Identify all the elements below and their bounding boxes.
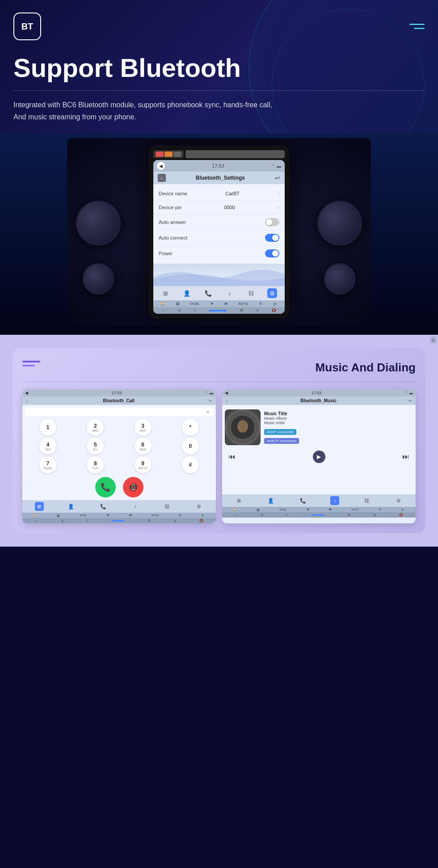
device-pin-row[interactable]: Device pin 0000 ›: [153, 201, 285, 215]
mt-back[interactable]: ←: [235, 514, 238, 517]
home-icon[interactable]: ⌂: [158, 174, 166, 182]
call-music-icon[interactable]: ♪: [131, 502, 139, 511]
call-back-btn[interactable]: ◀: [25, 391, 28, 395]
settings-nav-icon[interactable]: ⚙: [267, 288, 277, 298]
temp-seat[interactable]: ⊟: [240, 308, 243, 312]
music-phone-icon[interactable]: 📞: [299, 496, 307, 505]
climate-recirc[interactable]: ↻: [259, 302, 262, 306]
call-back-arrow[interactable]: ↩: [209, 398, 212, 403]
power-row[interactable]: Power: [153, 246, 285, 261]
key-7[interactable]: 7 PQRS: [39, 456, 56, 473]
key-2[interactable]: 2 ABC: [87, 419, 104, 436]
c-recirc[interactable]: ↻: [179, 514, 181, 517]
temp-back[interactable]: ←: [162, 308, 165, 312]
key-7-sub: PQRS: [43, 467, 52, 470]
temp-mute[interactable]: 🔇: [272, 308, 276, 312]
call-link-icon[interactable]: ⛓: [163, 502, 172, 511]
call-phone-icon[interactable]: 📞: [99, 502, 108, 511]
key-6[interactable]: 6 MNO: [135, 438, 152, 455]
auto-answer-row[interactable]: Auto answer: [153, 215, 285, 230]
hero-description: Integrated with BC6 Bluetooth module, su…: [13, 99, 425, 123]
mt-seat[interactable]: ⊟: [348, 513, 350, 517]
device-name-row[interactable]: Device name CarBT ›: [153, 187, 285, 201]
play-button[interactable]: ▶: [313, 451, 325, 463]
auto-connect-toggle[interactable]: [265, 234, 279, 242]
music-status-bar: ◀ 17:53 ⌃ ▬: [222, 389, 416, 396]
mt-slider[interactable]: [311, 514, 324, 516]
climate-home[interactable]: 🏠: [160, 302, 165, 306]
key-5[interactable]: 5 JKL: [87, 438, 104, 455]
key-0[interactable]: 0: [182, 438, 199, 455]
music-home-icon[interactable]: ⌂: [226, 398, 228, 403]
phone-nav-icon[interactable]: 📞: [203, 288, 213, 298]
screen-icons: ⌃ ▬: [271, 164, 281, 169]
climate-sync[interactable]: ⇄: [224, 302, 227, 306]
mc-pwr[interactable]: ⏻: [257, 508, 260, 511]
ct-dial[interactable]: ⌇: [87, 519, 88, 522]
clear-button[interactable]: ✕: [206, 409, 210, 414]
music-back-arrow[interactable]: ↩: [409, 398, 412, 403]
power-toggle[interactable]: [265, 249, 279, 257]
ct-slider[interactable]: [111, 520, 125, 522]
c-fan[interactable]: ❄: [107, 514, 110, 517]
key-9[interactable]: 9 WXYZ: [135, 456, 152, 473]
answer-call-button[interactable]: 📞: [95, 477, 116, 497]
key-hash[interactable]: #: [182, 456, 199, 473]
end-call-button[interactable]: 📵: [123, 477, 143, 497]
key-6-sub: MNO: [139, 448, 146, 451]
c-pwr[interactable]: ⏻: [57, 514, 60, 517]
dual-screens: ◀ 17:53 ⌃ ▬ ⌂ Bluetooth_Call ↩: [22, 389, 416, 523]
c-dual: DUAL: [80, 514, 87, 517]
music-person-icon[interactable]: 👤: [266, 496, 275, 505]
mc-recirc[interactable]: ↻: [379, 508, 381, 511]
climate-fan[interactable]: ❄: [211, 302, 214, 306]
key-4[interactable]: 4 GHI: [39, 438, 56, 455]
auto-connect-row[interactable]: Auto connect: [153, 230, 285, 246]
call-settings-icon[interactable]: ⚙: [194, 502, 203, 511]
mc-fan[interactable]: ❄: [307, 508, 309, 511]
temp-slider[interactable]: [209, 310, 227, 312]
mc-home[interactable]: 🏠: [233, 508, 237, 511]
music-back-btn[interactable]: ◀: [225, 391, 228, 395]
ct-back[interactable]: ←: [35, 519, 38, 522]
key-1[interactable]: 1: [39, 419, 56, 436]
grid-nav-icon[interactable]: ⊞: [161, 288, 171, 298]
call-grid-icon[interactable]: ⊞: [35, 502, 44, 511]
ct-seat[interactable]: ⊟: [148, 519, 151, 522]
climate-vol[interactable]: 🔊: [273, 302, 278, 306]
key-8[interactable]: 8 TUV: [87, 456, 104, 473]
music-settings-icon[interactable]: ⚙: [394, 496, 403, 505]
wifi-icon: ⌃: [271, 164, 275, 169]
music-nav-icon[interactable]: ♪: [225, 288, 235, 298]
music-bottom-nav: ⊞ 👤 📞 ♪ ⛓ ⚙: [222, 494, 416, 507]
music-link-icon[interactable]: ⛓: [362, 496, 371, 505]
mc-vol[interactable]: 🔊: [401, 508, 405, 511]
link-nav-icon[interactable]: ⛓: [246, 288, 256, 298]
mt-mute[interactable]: 🔇: [399, 513, 403, 517]
climate-power[interactable]: ⏻: [176, 302, 179, 306]
call-bottom-nav: ⊞ 👤 📞 ♪ ⛓ ⚙: [22, 500, 216, 513]
music-grid-icon[interactable]: ⊞: [235, 496, 244, 505]
music-note-nav-icon[interactable]: ♪: [330, 496, 339, 505]
call-home-icon[interactable]: ⌂: [26, 398, 29, 403]
ct-mute[interactable]: 🔇: [199, 519, 203, 522]
key-3[interactable]: 3 DEF: [135, 419, 152, 436]
call-person-icon[interactable]: 👤: [67, 502, 76, 511]
call-buttons: 📞 📵: [25, 477, 213, 497]
dial-input[interactable]: ✕: [25, 408, 213, 416]
temp-dial[interactable]: ⌇: [194, 308, 196, 312]
prev-track-button[interactable]: ⏮: [228, 453, 236, 461]
screen-back-btn[interactable]: ◀: [157, 162, 165, 170]
c-home[interactable]: 🏠: [33, 514, 37, 517]
back-arrow[interactable]: ↩: [275, 174, 280, 181]
key-star[interactable]: *: [182, 419, 199, 436]
mc-auto: AUTO: [351, 508, 359, 511]
auto-answer-toggle[interactable]: [265, 218, 279, 226]
c-sync[interactable]: ⇄: [129, 514, 132, 517]
c-vol[interactable]: 🔊: [201, 514, 205, 517]
menu-button[interactable]: [409, 24, 425, 29]
next-track-button[interactable]: ⏭: [402, 453, 409, 461]
person-nav-icon[interactable]: 👤: [182, 288, 192, 298]
mt-dial[interactable]: ⌇: [286, 513, 288, 517]
mc-sync[interactable]: ⇄: [329, 508, 332, 511]
